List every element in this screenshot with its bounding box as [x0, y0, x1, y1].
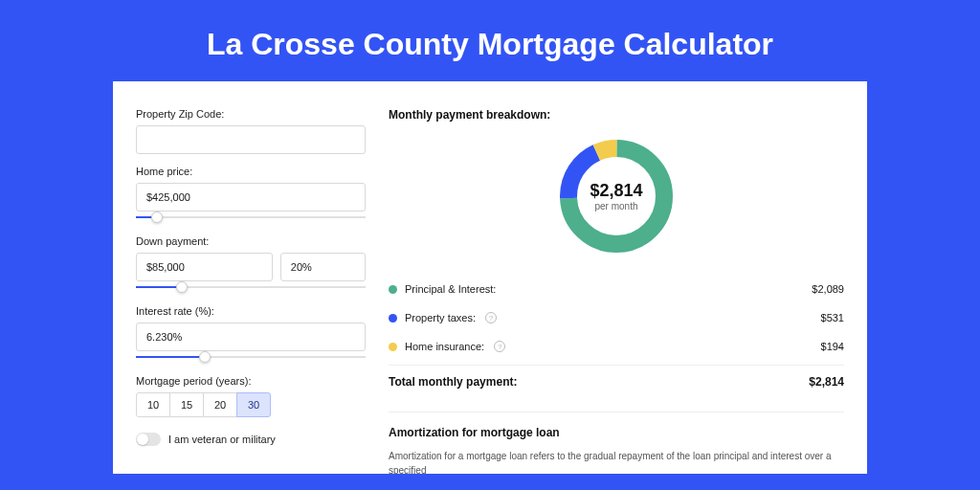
zip-input[interactable] [136, 125, 366, 154]
legend-value: $2,089 [812, 283, 844, 295]
results-panel: Monthly payment breakdown: $2,814 per mo… [389, 108, 844, 474]
legend-dot-icon [389, 285, 397, 294]
zip-label: Property Zip Code: [136, 108, 366, 120]
amort-heading: Amortization for mortgage loan [389, 426, 844, 439]
legend-row: Principal & Interest:$2,089 [389, 275, 844, 303]
help-icon[interactable]: ? [485, 312, 497, 323]
period-pill-30[interactable]: 30 [236, 392, 271, 417]
donut-chart: $2,814 per month [389, 135, 844, 257]
help-icon[interactable]: ? [494, 341, 505, 352]
total-label: Total monthly payment: [389, 375, 517, 389]
down-slider[interactable] [136, 280, 366, 294]
amortization-section: Amortization for mortgage loan Amortizat… [389, 412, 844, 474]
legend-dot-icon [389, 343, 397, 351]
down-amount-input[interactable] [136, 253, 273, 281]
rate-input[interactable] [136, 323, 366, 351]
period-pill-10[interactable]: 10 [136, 392, 170, 417]
legend-label: Principal & Interest: [405, 283, 496, 295]
calculator-card: Property Zip Code: Home price: Down paym… [113, 81, 867, 474]
donut-amount: $2,814 [590, 181, 642, 201]
price-slider[interactable] [136, 211, 366, 224]
period-pill-20[interactable]: 20 [203, 392, 237, 417]
price-input[interactable] [136, 183, 366, 212]
rate-label: Interest rate (%): [136, 305, 366, 317]
form-panel: Property Zip Code: Home price: Down paym… [136, 108, 366, 474]
page-title: La Crosse County Mortgage Calculator [0, 0, 980, 81]
amort-text: Amortization for a mortgage loan refers … [389, 449, 844, 474]
donut-subtext: per month [594, 201, 637, 212]
period-pills: 10152030 [136, 392, 366, 417]
breakdown-heading: Monthly payment breakdown: [389, 108, 844, 122]
rate-slider[interactable] [136, 350, 366, 364]
legend-value: $531 [821, 312, 844, 323]
legend-value: $194 [821, 341, 844, 352]
period-label: Mortgage period (years): [136, 375, 366, 387]
down-label: Down payment: [136, 235, 366, 247]
legend-label: Home insurance: [405, 341, 484, 352]
legend-row: Property taxes:?$531 [389, 303, 844, 332]
legend-row: Home insurance:?$194 [389, 332, 844, 361]
price-label: Home price: [136, 166, 366, 177]
period-pill-15[interactable]: 15 [169, 392, 204, 417]
legend-dot-icon [389, 314, 397, 323]
veteran-label: I am veteran or military [168, 434, 276, 445]
down-pct-input[interactable] [280, 253, 366, 281]
legend-label: Property taxes: [405, 312, 476, 323]
total-value: $2,814 [809, 375, 844, 389]
veteran-toggle[interactable] [136, 433, 161, 446]
legend: Principal & Interest:$2,089Property taxe… [389, 275, 844, 361]
